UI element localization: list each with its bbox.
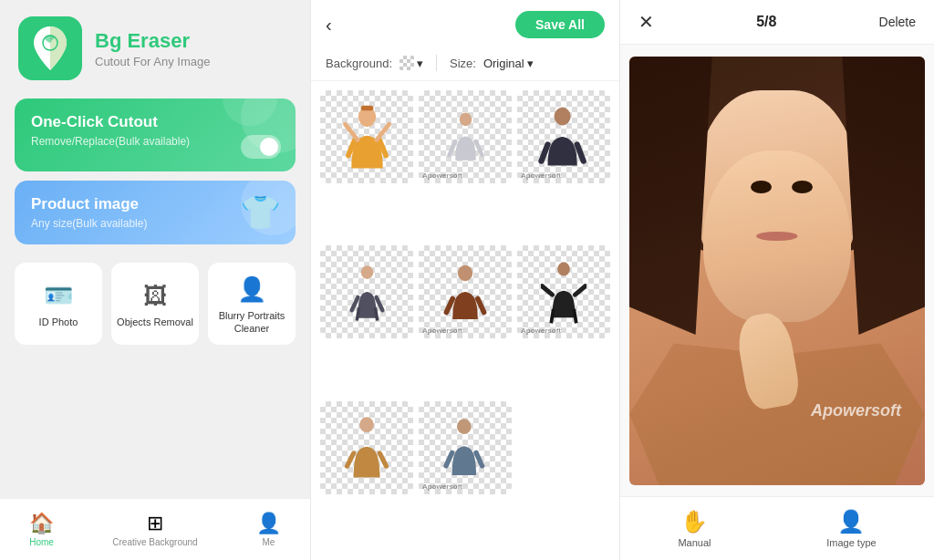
close-button[interactable]: ✕ xyxy=(638,11,654,33)
image-type-icon: 👤 xyxy=(837,509,865,534)
nav-home-label: Home xyxy=(29,537,54,547)
right-header: ✕ 5/8 Delete xyxy=(620,0,934,45)
size-value: Original xyxy=(483,57,524,70)
main-image-container: Apowersoft xyxy=(629,57,925,485)
nav-home[interactable]: 🏠 Home xyxy=(29,512,54,547)
right-image-area: Apowersoft xyxy=(620,45,934,496)
back-button[interactable]: ‹ xyxy=(326,16,332,34)
watermark-5: Apowersoft xyxy=(422,327,462,335)
manual-label: Manual xyxy=(678,537,711,548)
app-subtitle: Cutout For Any Image xyxy=(95,55,210,68)
cutout-figure-3 xyxy=(536,105,591,169)
svg-rect-2 xyxy=(360,106,373,111)
left-panel: Bg Eraser Cutout For Any Image One-Click… xyxy=(0,0,310,560)
app-icon xyxy=(18,16,82,80)
cutout-figure-4 xyxy=(347,258,388,327)
cutout-figure-5 xyxy=(442,259,488,325)
grid-cell-1[interactable] xyxy=(320,90,413,183)
svg-point-7 xyxy=(557,263,570,276)
home-icon: 🏠 xyxy=(29,512,54,535)
tool-blurry-portraits[interactable]: 👤 Blurry Portraits Cleaner xyxy=(208,263,296,345)
tool-grid: 🪪 ID Photo 🖼 Objects Removal 👤 Blurry Po… xyxy=(0,254,310,354)
page-counter: 5/8 xyxy=(756,14,776,30)
creative-bg-icon: ⊞ xyxy=(147,512,163,535)
nav-me-label: Me xyxy=(262,537,275,547)
svg-point-8 xyxy=(359,417,374,432)
bottom-tool-manual[interactable]: ✋ Manual xyxy=(678,509,711,548)
svg-point-5 xyxy=(360,265,373,279)
background-dropdown[interactable]: ▾ xyxy=(400,56,423,70)
bottom-nav: 🏠 Home ⊞ Creative Background 👤 Me xyxy=(0,498,310,560)
watermark-3: Apowersoft xyxy=(521,171,561,180)
bottom-tool-image-type[interactable]: 👤 Image type xyxy=(826,509,876,548)
objects-removal-icon: 🖼 xyxy=(143,282,167,310)
size-dropdown[interactable]: Original ▾ xyxy=(483,57,534,70)
middle-toolbar: Background: ▾ Size: Original ▾ xyxy=(311,49,619,81)
grid-cell-7[interactable] xyxy=(320,401,413,494)
right-panel: ✕ 5/8 Delete Apowersoft xyxy=(620,0,934,560)
nav-me[interactable]: 👤 Me xyxy=(256,512,281,547)
middle-header: ‹ Save All xyxy=(311,0,619,49)
main-watermark: Apowersoft xyxy=(811,401,901,420)
card-product[interactable]: Product image Any size(Bulk available) 👕 xyxy=(15,181,296,244)
tool-objects-removal[interactable]: 🖼 Objects Removal xyxy=(111,263,199,345)
save-all-button[interactable]: Save All xyxy=(515,11,605,38)
grid-cell-3[interactable]: Apowersoft xyxy=(517,90,610,183)
image-grid: Apowersoft Apowersoft xyxy=(311,81,619,560)
app-title: Bg Eraser xyxy=(95,29,210,53)
card-cutout[interactable]: One-Click Cutout Remove/Replace(Bulk ava… xyxy=(15,99,296,171)
size-label: Size: xyxy=(450,57,476,70)
shirt-icon: 👕 xyxy=(240,193,281,232)
delete-button[interactable]: Delete xyxy=(879,15,916,29)
watermark-8: Apowersoft xyxy=(422,482,462,491)
grid-cell-2[interactable]: Apowersoft xyxy=(419,90,512,183)
cutout-figure-7 xyxy=(343,413,390,482)
toolbar-separator xyxy=(436,55,437,71)
cutout-figure-2 xyxy=(445,103,486,171)
tool-objects-removal-label: Objects Removal xyxy=(117,316,193,328)
grid-cell-6[interactable]: Apowersoft xyxy=(517,245,610,338)
svg-point-4 xyxy=(555,108,571,126)
grid-cell-8[interactable]: Apowersoft xyxy=(419,401,512,494)
image-type-label: Image type xyxy=(826,537,876,548)
nav-creative-bg-label: Creative Background xyxy=(112,537,197,547)
size-chevron: ▾ xyxy=(527,57,534,70)
watermark-6: Apowersoft xyxy=(521,327,561,335)
watermark-2: Apowersoft xyxy=(422,171,462,180)
toggle-knob xyxy=(260,138,278,156)
me-icon: 👤 xyxy=(256,512,281,535)
nav-creative-bg[interactable]: ⊞ Creative Background xyxy=(112,512,197,547)
svg-point-9 xyxy=(457,419,472,434)
blurry-portraits-icon: 👤 xyxy=(237,275,266,304)
svg-point-6 xyxy=(458,265,472,282)
app-icon-svg xyxy=(30,25,70,72)
grid-cell-4[interactable] xyxy=(320,245,413,338)
app-header: Bg Eraser Cutout For Any Image xyxy=(0,0,310,89)
dropdown-chevron: ▾ xyxy=(417,57,423,70)
checker-thumb xyxy=(400,56,414,70)
cutout-toggle[interactable] xyxy=(241,135,281,159)
cutout-figure-1 xyxy=(342,105,392,169)
right-bottom-toolbar: ✋ Manual 👤 Image type xyxy=(620,496,934,560)
middle-panel: ‹ Save All Background: ▾ Size: Original … xyxy=(310,0,620,560)
tool-blurry-portraits-label: Blurry Portraits Cleaner xyxy=(213,309,290,336)
svg-point-3 xyxy=(459,112,472,126)
app-title-block: Bg Eraser Cutout For Any Image xyxy=(95,29,210,68)
tool-id-photo[interactable]: 🪪 ID Photo xyxy=(15,263,102,345)
background-label: Background: xyxy=(326,57,392,70)
cutout-figure-6 xyxy=(541,256,586,327)
manual-icon: ✋ xyxy=(680,509,708,534)
grid-cell-5[interactable]: Apowersoft xyxy=(419,245,512,338)
feature-cards: One-Click Cutout Remove/Replace(Bulk ava… xyxy=(0,89,310,254)
cutout-figure-8 xyxy=(443,413,487,482)
tool-id-photo-label: ID Photo xyxy=(39,316,78,328)
id-photo-icon: 🪪 xyxy=(44,282,73,310)
